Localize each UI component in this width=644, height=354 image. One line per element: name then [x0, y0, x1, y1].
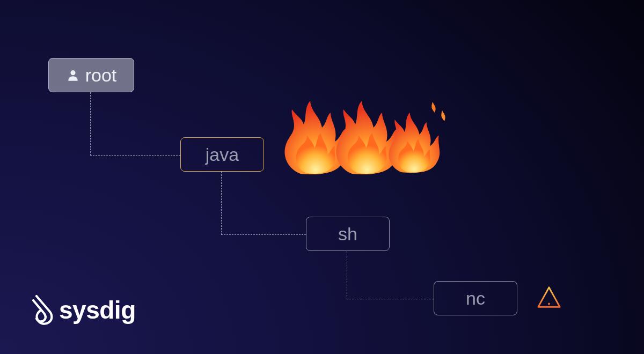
- svg-point-2: [548, 303, 550, 305]
- node-java: java: [180, 137, 264, 172]
- connector-sh-nc: [347, 251, 434, 299]
- connector-java-sh: [221, 172, 306, 235]
- svg-point-0: [70, 70, 75, 75]
- brand-logo: sysdig: [31, 295, 136, 325]
- node-sh-label: sh: [338, 224, 357, 245]
- node-sh: sh: [306, 217, 390, 251]
- fire-icon: [279, 94, 462, 175]
- node-java-label: java: [206, 144, 239, 165]
- node-root: root: [48, 58, 134, 92]
- node-root-label: root: [85, 65, 117, 86]
- connector-root-java: [90, 92, 180, 156]
- node-nc-label: nc: [466, 288, 485, 309]
- brand-logo-icon: [31, 295, 56, 325]
- node-nc: nc: [434, 281, 517, 315]
- warning-icon: [537, 285, 561, 310]
- brand-logo-text: sysdig: [59, 296, 136, 324]
- user-icon: [66, 68, 80, 82]
